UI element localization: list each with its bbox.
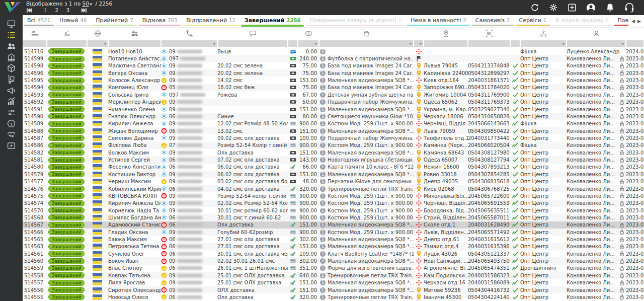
table-row[interactable]: 514586 Завершений Філіпова Люба 07 Розмі… (23, 142, 644, 149)
table-row[interactable]: 514580 Завершений Фесенко Константин 06 … (23, 164, 644, 171)
tab-scroll-right-icon[interactable]: ▶ (637, 19, 641, 24)
sidebar-item-marketing[interactable] (3, 86, 20, 95)
page-2[interactable]: 2 (55, 8, 58, 13)
table-row[interactable]: 514556 Завершений Сиротюк Олександр 09 О… (23, 286, 644, 293)
tab-Сервіси[interactable]: Сервіси1 (515, 15, 551, 27)
sidebar-item-video[interactable] (3, 141, 20, 150)
filter-product[interactable]: ▼ (319, 40, 413, 47)
table-row[interactable]: 514577 Завершений Черниш Максим 09 03.02… (23, 178, 644, 185)
col-header-manager[interactable] (567, 28, 626, 39)
table-row[interactable]: 514561 Завершений Сучилов Олег 06 30.01 … (23, 250, 644, 257)
col-header-country[interactable] (87, 28, 108, 39)
filter-phone[interactable]: ▼ (162, 40, 217, 47)
table-row[interactable]: 514575 Завершений КВІТОВСЬКА ЮЛІЯ 09 Роз… (23, 192, 644, 199)
table-row[interactable]: 514589 Завершений Кирилич Анжела 09 12.0… (23, 120, 644, 127)
table-row[interactable]: 514716 Завершений Нов10 Нов10 09 Выцв 0.… (23, 48, 644, 55)
sidebar-item-supplies[interactable] (3, 75, 20, 84)
filter-delivery[interactable]: ▼ (414, 40, 423, 47)
col-header-source[interactable] (520, 28, 567, 39)
support-headset-icon[interactable] (624, 2, 635, 13)
table-row[interactable]: 514590 Завершений Гнатюк Олексндр 06 Син… (23, 113, 644, 120)
col-header-payment[interactable] (288, 28, 298, 39)
table-row[interactable]: 514588 Завершений Жидак Володимир 06 13.… (23, 127, 644, 134)
col-header-check[interactable] (510, 28, 520, 39)
last-page-button[interactable] (80, 8, 87, 13)
col-header-product[interactable] (319, 28, 414, 39)
filter-client[interactable] (109, 40, 160, 47)
col-header-delivery[interactable] (414, 28, 424, 39)
filter-status[interactable] (47, 40, 87, 47)
filter-check[interactable] (511, 40, 520, 47)
page-3[interactable]: 3 (66, 8, 69, 13)
sidebar-item-clients[interactable] (3, 42, 20, 50)
tab-Новый[interactable]: Новый46 (55, 15, 91, 27)
col-header-id[interactable] (23, 28, 47, 39)
col-header-tracking[interactable] (468, 28, 510, 39)
tab-scroll-left-icon[interactable]: ◀ (631, 19, 635, 24)
filter-price[interactable]: ▼ (298, 40, 318, 47)
table-row[interactable]: 514599 Завершений Потапенко Анастас... 0… (23, 55, 644, 62)
table-row[interactable]: 514566 Завершений Гладик Оксана 09 Голуб… (23, 229, 644, 236)
filter-address[interactable] (424, 40, 467, 47)
account-icon[interactable] (586, 3, 596, 13)
filter-date[interactable] (626, 40, 643, 47)
table-row[interactable]: 514582 Завершений Волков Максим 09 Олх д… (23, 149, 644, 156)
first-page-button[interactable] (26, 8, 33, 13)
filter-id[interactable] (23, 40, 46, 47)
tab-Відправлений[interactable]: Відправлений12 (182, 15, 240, 27)
tab-Нема в наявності[interactable]: Нема в наявності2 (406, 15, 470, 27)
table-row[interactable]: 514576 Завершений Кобилинський Юрий 06 0… (23, 185, 644, 192)
table-row[interactable]: 514593 Завершений Сольська Ірина 097 Рож… (23, 91, 644, 98)
table-row[interactable]: 514565 Завершений Баюка Максим 06 27.01 … (23, 236, 644, 243)
tab-Всі[interactable]: Всі4521 (23, 15, 55, 27)
filter-comment[interactable] (218, 40, 287, 47)
table-row[interactable]: 514581 Завершений Устинов Сергей 06 07.0… (23, 156, 644, 163)
table-row[interactable]: 514595 Завершений Колосок Александр 09 1… (23, 77, 644, 84)
add-order-icon[interactable] (567, 3, 577, 13)
tab-Повернення (завершений)[interactable]: Повернення (завершений)125 (613, 15, 628, 27)
app-logo-icon[interactable] (4, 1, 23, 14)
sidebar-item-dashboard[interactable] (3, 20, 20, 28)
col-header-date[interactable] (626, 28, 644, 39)
table-row[interactable]: 514598 Завершений Малютина Светлана 09 2… (23, 62, 644, 69)
col-header-comment[interactable] (217, 28, 288, 39)
tab-Самовивіз[interactable]: Самовивіз2 (471, 15, 515, 27)
tab-Прийнятий[interactable]: Прийнятий7 (91, 15, 137, 27)
table-row[interactable]: 514567 Завершений Адамовский Станис... 0… (23, 221, 644, 229)
page-1[interactable]: 1 (44, 8, 47, 13)
tab-Відмова[interactable]: Відмова763 (138, 15, 182, 27)
table-row[interactable]: 514592 Завершений Мерклингер Андрей 09 5… (23, 99, 644, 106)
col-header-price[interactable] (298, 28, 319, 39)
table-row[interactable]: 514591 Завершений Чумаченко Олена 09 151… (23, 106, 644, 113)
table-row[interactable]: 514579 Завершений Костишин Виктор 09 06.… (23, 171, 644, 178)
sidebar-item-partners[interactable] (3, 130, 20, 139)
table-row[interactable]: 514557 Завершений Лила Ярослав 09 25.01 … (23, 279, 644, 286)
filter-tracking[interactable] (468, 40, 510, 47)
table-row[interactable]: 514570 Завершений Корнелюк Надія Та... 0… (23, 207, 644, 214)
tab-В дорозі додому[interactable]: В дорозі додому0 (551, 15, 613, 27)
table-row[interactable]: 514596 Завершений Вегера Оксана 09 20.02… (23, 69, 644, 77)
filter-payment[interactable] (288, 40, 297, 47)
col-header-phone[interactable] (161, 28, 217, 39)
table-row[interactable]: 514555 Завершений Новосад Олеся 06 Олх д… (23, 293, 644, 300)
refresh-icon[interactable] (530, 3, 540, 13)
sidebar-item-orders[interactable] (3, 31, 20, 39)
table-row[interactable]: 514594 Завершений Компанец Юля 05 18.02 … (23, 84, 644, 91)
gear-icon[interactable] (548, 3, 558, 13)
sidebar-item-info[interactable] (3, 119, 20, 128)
per-page-select[interactable]: 50 (83, 1, 89, 7)
table-row[interactable]: 514558 Завершений Ковпак Татьяна 09 25.0… (23, 272, 644, 279)
table-row[interactable]: 514559 Завершений Влас Слотюу 06 26.01 с… (23, 265, 644, 272)
col-header-client[interactable] (108, 28, 161, 39)
tab-Повернення товару (в дорозі)[interactable]: Повернення товару (в дорозі)0 (305, 15, 406, 27)
sidebar-item-products[interactable] (3, 64, 20, 72)
filter-source[interactable]: ▼ (521, 40, 566, 47)
filter-country[interactable]: ▼ (88, 40, 108, 47)
filter-manager[interactable]: ▼ (567, 40, 625, 47)
sidebar-item-statistics[interactable] (3, 97, 20, 106)
table-row[interactable]: 514560 Завершений Бокоч Иван 09 02.02 30… (23, 257, 644, 264)
table-row[interactable]: 514568 Завершений Шумляс Богдана Ан... 0… (23, 214, 644, 221)
sidebar-item-settings[interactable] (3, 108, 20, 117)
table-row[interactable]: 514563 Завершений Петровська Тетяна 06 2… (23, 243, 644, 250)
bell-icon[interactable] (605, 3, 615, 13)
